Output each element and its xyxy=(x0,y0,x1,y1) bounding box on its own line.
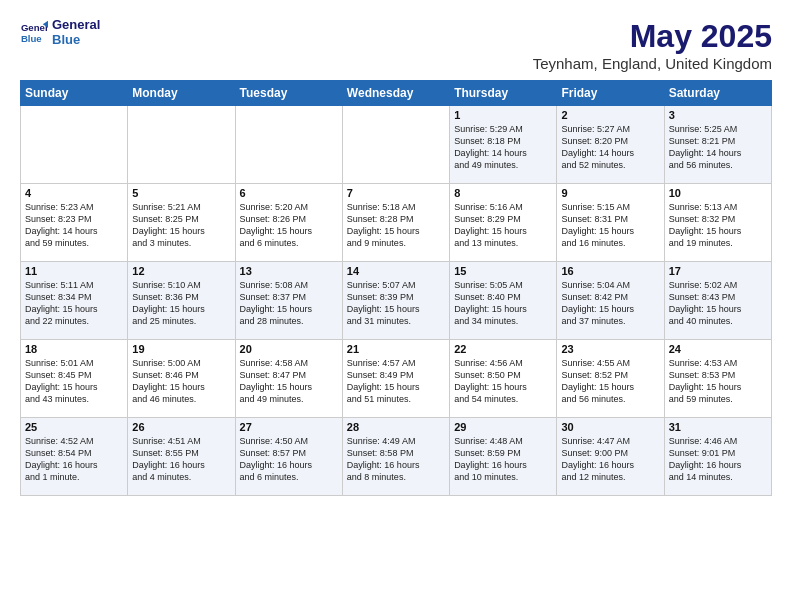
day-info: Sunrise: 5:02 AM Sunset: 8:43 PM Dayligh… xyxy=(669,279,767,328)
day-number: 30 xyxy=(561,421,659,433)
day-info: Sunrise: 5:25 AM Sunset: 8:21 PM Dayligh… xyxy=(669,123,767,172)
day-info: Sunrise: 5:18 AM Sunset: 8:28 PM Dayligh… xyxy=(347,201,445,250)
logo: General Blue General Blue xyxy=(20,18,100,48)
day-number: 22 xyxy=(454,343,552,355)
day-cell: 22Sunrise: 4:56 AM Sunset: 8:50 PM Dayli… xyxy=(450,340,557,418)
day-info: Sunrise: 5:01 AM Sunset: 8:45 PM Dayligh… xyxy=(25,357,123,406)
header: General Blue General Blue May 2025 Teynh… xyxy=(20,18,772,72)
day-number: 6 xyxy=(240,187,338,199)
day-number: 20 xyxy=(240,343,338,355)
day-info: Sunrise: 4:51 AM Sunset: 8:55 PM Dayligh… xyxy=(132,435,230,484)
day-cell: 24Sunrise: 4:53 AM Sunset: 8:53 PM Dayli… xyxy=(664,340,771,418)
page: General Blue General Blue May 2025 Teynh… xyxy=(0,0,792,612)
day-number: 1 xyxy=(454,109,552,121)
day-cell: 2Sunrise: 5:27 AM Sunset: 8:20 PM Daylig… xyxy=(557,106,664,184)
day-number: 8 xyxy=(454,187,552,199)
day-cell: 14Sunrise: 5:07 AM Sunset: 8:39 PM Dayli… xyxy=(342,262,449,340)
day-cell: 9Sunrise: 5:15 AM Sunset: 8:31 PM Daylig… xyxy=(557,184,664,262)
day-info: Sunrise: 5:13 AM Sunset: 8:32 PM Dayligh… xyxy=(669,201,767,250)
day-cell: 16Sunrise: 5:04 AM Sunset: 8:42 PM Dayli… xyxy=(557,262,664,340)
day-cell: 10Sunrise: 5:13 AM Sunset: 8:32 PM Dayli… xyxy=(664,184,771,262)
day-info: Sunrise: 5:05 AM Sunset: 8:40 PM Dayligh… xyxy=(454,279,552,328)
day-info: Sunrise: 4:57 AM Sunset: 8:49 PM Dayligh… xyxy=(347,357,445,406)
header-cell-saturday: Saturday xyxy=(664,81,771,106)
day-number: 27 xyxy=(240,421,338,433)
day-number: 3 xyxy=(669,109,767,121)
day-number: 5 xyxy=(132,187,230,199)
week-row-4: 18Sunrise: 5:01 AM Sunset: 8:45 PM Dayli… xyxy=(21,340,772,418)
day-info: Sunrise: 4:58 AM Sunset: 8:47 PM Dayligh… xyxy=(240,357,338,406)
day-info: Sunrise: 4:56 AM Sunset: 8:50 PM Dayligh… xyxy=(454,357,552,406)
header-cell-sunday: Sunday xyxy=(21,81,128,106)
day-info: Sunrise: 5:00 AM Sunset: 8:46 PM Dayligh… xyxy=(132,357,230,406)
day-number: 2 xyxy=(561,109,659,121)
day-number: 7 xyxy=(347,187,445,199)
day-info: Sunrise: 4:52 AM Sunset: 8:54 PM Dayligh… xyxy=(25,435,123,484)
title-block: May 2025 Teynham, England, United Kingdo… xyxy=(533,18,772,72)
logo-line2: Blue xyxy=(52,33,100,48)
header-row: SundayMondayTuesdayWednesdayThursdayFrid… xyxy=(21,81,772,106)
day-number: 31 xyxy=(669,421,767,433)
week-row-5: 25Sunrise: 4:52 AM Sunset: 8:54 PM Dayli… xyxy=(21,418,772,496)
day-number: 13 xyxy=(240,265,338,277)
day-cell: 11Sunrise: 5:11 AM Sunset: 8:34 PM Dayli… xyxy=(21,262,128,340)
day-info: Sunrise: 5:21 AM Sunset: 8:25 PM Dayligh… xyxy=(132,201,230,250)
day-cell: 27Sunrise: 4:50 AM Sunset: 8:57 PM Dayli… xyxy=(235,418,342,496)
day-cell: 1Sunrise: 5:29 AM Sunset: 8:18 PM Daylig… xyxy=(450,106,557,184)
day-info: Sunrise: 5:11 AM Sunset: 8:34 PM Dayligh… xyxy=(25,279,123,328)
day-info: Sunrise: 5:29 AM Sunset: 8:18 PM Dayligh… xyxy=(454,123,552,172)
calendar-header: SundayMondayTuesdayWednesdayThursdayFrid… xyxy=(21,81,772,106)
day-number: 4 xyxy=(25,187,123,199)
day-cell xyxy=(128,106,235,184)
day-cell: 8Sunrise: 5:16 AM Sunset: 8:29 PM Daylig… xyxy=(450,184,557,262)
day-info: Sunrise: 4:50 AM Sunset: 8:57 PM Dayligh… xyxy=(240,435,338,484)
day-info: Sunrise: 5:27 AM Sunset: 8:20 PM Dayligh… xyxy=(561,123,659,172)
day-cell: 19Sunrise: 5:00 AM Sunset: 8:46 PM Dayli… xyxy=(128,340,235,418)
day-cell: 17Sunrise: 5:02 AM Sunset: 8:43 PM Dayli… xyxy=(664,262,771,340)
day-number: 18 xyxy=(25,343,123,355)
day-info: Sunrise: 4:47 AM Sunset: 9:00 PM Dayligh… xyxy=(561,435,659,484)
week-row-2: 4Sunrise: 5:23 AM Sunset: 8:23 PM Daylig… xyxy=(21,184,772,262)
header-cell-thursday: Thursday xyxy=(450,81,557,106)
day-info: Sunrise: 5:16 AM Sunset: 8:29 PM Dayligh… xyxy=(454,201,552,250)
day-info: Sunrise: 5:20 AM Sunset: 8:26 PM Dayligh… xyxy=(240,201,338,250)
day-cell: 26Sunrise: 4:51 AM Sunset: 8:55 PM Dayli… xyxy=(128,418,235,496)
header-cell-friday: Friday xyxy=(557,81,664,106)
day-cell: 6Sunrise: 5:20 AM Sunset: 8:26 PM Daylig… xyxy=(235,184,342,262)
day-number: 12 xyxy=(132,265,230,277)
day-info: Sunrise: 4:55 AM Sunset: 8:52 PM Dayligh… xyxy=(561,357,659,406)
day-info: Sunrise: 5:10 AM Sunset: 8:36 PM Dayligh… xyxy=(132,279,230,328)
day-cell: 15Sunrise: 5:05 AM Sunset: 8:40 PM Dayli… xyxy=(450,262,557,340)
day-number: 28 xyxy=(347,421,445,433)
day-cell: 21Sunrise: 4:57 AM Sunset: 8:49 PM Dayli… xyxy=(342,340,449,418)
day-cell: 25Sunrise: 4:52 AM Sunset: 8:54 PM Dayli… xyxy=(21,418,128,496)
day-number: 10 xyxy=(669,187,767,199)
day-info: Sunrise: 5:04 AM Sunset: 8:42 PM Dayligh… xyxy=(561,279,659,328)
day-info: Sunrise: 5:15 AM Sunset: 8:31 PM Dayligh… xyxy=(561,201,659,250)
day-info: Sunrise: 4:46 AM Sunset: 9:01 PM Dayligh… xyxy=(669,435,767,484)
day-cell: 7Sunrise: 5:18 AM Sunset: 8:28 PM Daylig… xyxy=(342,184,449,262)
day-cell: 29Sunrise: 4:48 AM Sunset: 8:59 PM Dayli… xyxy=(450,418,557,496)
day-cell: 12Sunrise: 5:10 AM Sunset: 8:36 PM Dayli… xyxy=(128,262,235,340)
logo-line1: General xyxy=(52,18,100,33)
day-info: Sunrise: 5:08 AM Sunset: 8:37 PM Dayligh… xyxy=(240,279,338,328)
day-cell: 23Sunrise: 4:55 AM Sunset: 8:52 PM Dayli… xyxy=(557,340,664,418)
week-row-3: 11Sunrise: 5:11 AM Sunset: 8:34 PM Dayli… xyxy=(21,262,772,340)
day-cell xyxy=(21,106,128,184)
week-row-1: 1Sunrise: 5:29 AM Sunset: 8:18 PM Daylig… xyxy=(21,106,772,184)
day-info: Sunrise: 5:23 AM Sunset: 8:23 PM Dayligh… xyxy=(25,201,123,250)
day-number: 17 xyxy=(669,265,767,277)
main-title: May 2025 xyxy=(533,18,772,55)
day-cell: 3Sunrise: 5:25 AM Sunset: 8:21 PM Daylig… xyxy=(664,106,771,184)
day-cell: 5Sunrise: 5:21 AM Sunset: 8:25 PM Daylig… xyxy=(128,184,235,262)
day-number: 25 xyxy=(25,421,123,433)
day-cell xyxy=(235,106,342,184)
calendar-body: 1Sunrise: 5:29 AM Sunset: 8:18 PM Daylig… xyxy=(21,106,772,496)
day-number: 9 xyxy=(561,187,659,199)
svg-text:Blue: Blue xyxy=(21,33,42,44)
day-number: 29 xyxy=(454,421,552,433)
day-cell: 4Sunrise: 5:23 AM Sunset: 8:23 PM Daylig… xyxy=(21,184,128,262)
day-number: 14 xyxy=(347,265,445,277)
day-number: 16 xyxy=(561,265,659,277)
day-number: 19 xyxy=(132,343,230,355)
